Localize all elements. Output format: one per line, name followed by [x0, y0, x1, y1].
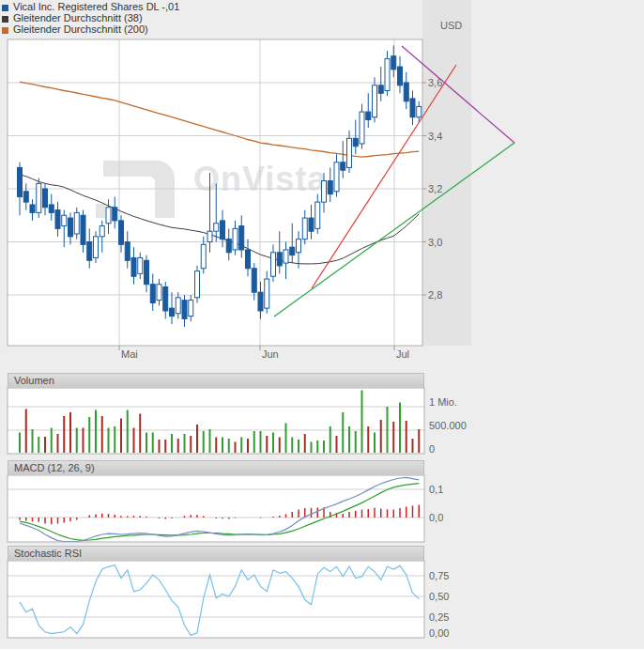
price-axis-unit: USD: [440, 20, 462, 31]
candle-up: [347, 138, 352, 167]
price-tick-label: 3,0: [428, 237, 442, 248]
candle-down: [398, 67, 403, 85]
legend-item-price: Vical Inc. Registered Shares DL -,01: [2, 1, 179, 12]
candle-down: [341, 162, 345, 170]
candle-up: [271, 253, 276, 276]
candle-down: [170, 308, 175, 316]
candle-down: [258, 292, 263, 311]
candle-up: [233, 228, 238, 250]
candle-down: [125, 242, 130, 261]
candle-up: [284, 250, 288, 263]
macd-tick-label: 0,1: [429, 484, 443, 495]
candle-up: [302, 218, 307, 240]
price-tick-label: 3,4: [428, 131, 442, 142]
volume-tick-label: 0: [429, 443, 435, 455]
candle-down: [366, 112, 371, 119]
candle-down: [328, 181, 332, 194]
candle-down: [43, 189, 48, 208]
candle-down: [353, 138, 358, 146]
price-series-swatch: [2, 5, 8, 11]
candle-down: [246, 250, 251, 269]
month-tick-label: Jun: [262, 348, 279, 360]
candle-down: [69, 218, 73, 237]
candle-up: [322, 181, 327, 203]
candle-down: [30, 205, 35, 212]
candle-up: [385, 59, 390, 91]
candle-down: [113, 208, 117, 221]
candle-down: [81, 215, 85, 244]
stochastic-rsi-plot-background: [8, 561, 424, 638]
candle-down: [150, 285, 155, 303]
candle-down: [119, 221, 124, 244]
volume-panel-header: Volumen: [8, 373, 424, 388]
candle-up: [207, 231, 212, 241]
rsi-tick-label: 0,50: [429, 591, 449, 602]
rsi-tick-label: 0,75: [429, 570, 449, 581]
ma38-swatch: [2, 16, 8, 23]
candle-up: [106, 208, 111, 224]
macd-plot-background: [8, 475, 424, 542]
ma200-swatch: [2, 27, 8, 34]
onvista-stock-chart-page: OnVista3,63,43,23,02,8MaiJunJul1 Mio.500…: [0, 0, 644, 649]
candle-down: [55, 210, 60, 229]
candle-down: [87, 242, 92, 261]
onvista-logo-watermark-dot: [96, 204, 105, 218]
candle-down: [163, 287, 168, 311]
candle-up: [373, 85, 377, 117]
candle-up: [100, 226, 104, 237]
candle-up: [195, 271, 200, 298]
candle-down: [404, 83, 408, 101]
macd-tick-label: 0,0: [429, 512, 443, 523]
candle-up: [94, 237, 99, 258]
price-tick-label: 3,2: [428, 183, 442, 194]
month-tick-label: Jul: [396, 348, 409, 360]
volume-panel-title: Volumen: [14, 375, 54, 386]
candle-down: [221, 221, 225, 240]
candle-down: [182, 301, 187, 319]
candle-down: [226, 240, 231, 253]
chart-legend: Vical Inc. Registered Shares DL -,01 Gle…: [2, 1, 179, 35]
candle-down: [309, 218, 314, 231]
candle-up: [315, 202, 320, 228]
candle-down: [239, 226, 244, 250]
candle-up: [214, 224, 219, 231]
rsi-tick-label: 0,25: [429, 611, 449, 623]
candle-up: [334, 162, 339, 192]
stochastic-rsi-panel-title: Stochastic RSI: [14, 548, 82, 559]
candle-up: [201, 244, 206, 268]
legend-label: Gleitender Durchschnitt (200): [13, 23, 148, 35]
legend-item-ma38: Gleitender Durchschnitt (38): [2, 12, 179, 23]
candle-up: [74, 212, 79, 234]
candle-up: [62, 215, 67, 225]
candle-down: [252, 269, 256, 292]
candle-down: [23, 192, 28, 202]
candle-up: [37, 183, 41, 212]
candle-down: [131, 257, 136, 276]
candle-down: [391, 56, 396, 70]
month-tick-label: Mai: [121, 348, 138, 360]
macd-panel-title: MACD (12, 26, 9): [14, 462, 95, 473]
candle-up: [138, 257, 143, 273]
volume-tick-label: 1 Mio.: [429, 396, 457, 408]
candle-down: [290, 247, 295, 255]
candle-up: [189, 301, 193, 317]
candle-up: [157, 285, 161, 301]
volume-tick-label: 500.000: [429, 420, 467, 431]
candle-up: [297, 240, 301, 253]
candle-up: [265, 279, 269, 308]
rsi-tick-label: 0,00: [429, 627, 449, 639]
candle-down: [49, 205, 54, 212]
legend-label: Vical Inc. Registered Shares DL -,01: [13, 1, 179, 12]
legend-label: Gleitender Durchschnitt (38): [13, 12, 143, 23]
stochastic-rsi-panel-header: Stochastic RSI: [8, 546, 424, 561]
legend-item-ma200: Gleitender Durchschnitt (200): [2, 23, 179, 35]
candle-down: [18, 167, 23, 196]
candle-down: [145, 260, 149, 284]
price-tick-label: 2,8: [428, 289, 442, 301]
candle-up: [417, 106, 422, 116]
candle-down: [378, 85, 383, 93]
candle-down: [277, 253, 282, 266]
macd-panel-header: MACD (12, 26, 9): [8, 460, 424, 475]
candle-up: [176, 298, 180, 314]
candle-down: [410, 99, 415, 117]
